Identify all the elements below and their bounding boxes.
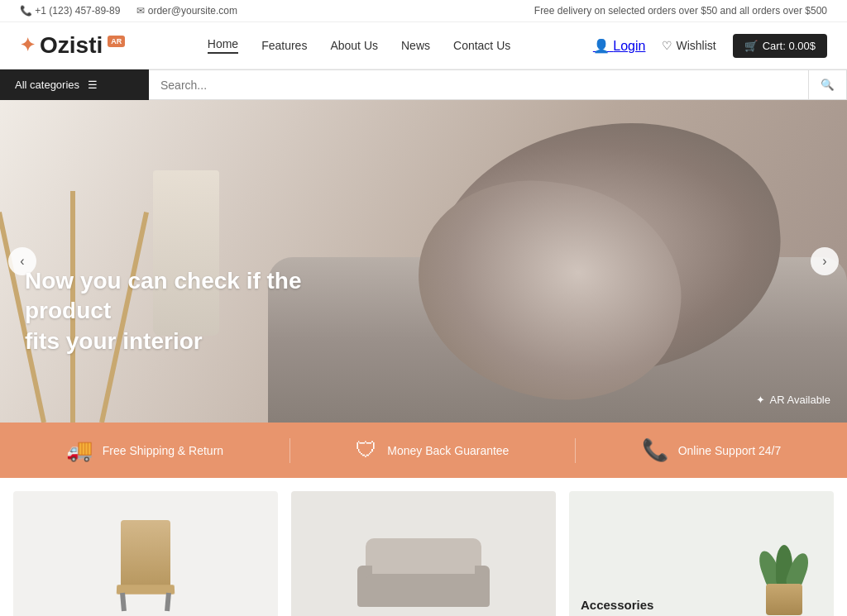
hero-text: Now you can check if the product fits yo…	[25, 266, 306, 356]
header: ✦ Ozisti AR Home Features About Us News …	[0, 22, 847, 69]
feature-divider-2	[575, 438, 576, 463]
logo[interactable]: ✦ Ozisti AR	[20, 32, 125, 59]
logo-text: Ozisti	[40, 32, 103, 59]
feature-shipping: 🚚 Free Shipping & Return	[66, 437, 223, 463]
sofa-illustration	[357, 541, 490, 607]
search-button[interactable]: 🔍	[809, 69, 847, 100]
nav-news[interactable]: News	[401, 39, 430, 52]
email-info: ✉ order@yoursite.com	[136, 5, 237, 17]
pot-body	[766, 584, 802, 615]
phone-support-icon: 📞	[642, 437, 668, 463]
chair-back	[121, 520, 170, 586]
nav-features[interactable]: Features	[261, 39, 307, 52]
chevron-right-icon: ›	[822, 254, 826, 269]
top-bar: 📞 +1 (123) 457-89-89 ✉ order@yoursite.co…	[0, 0, 847, 22]
hero-section: ‹ Now you can check if the product fits …	[0, 100, 847, 423]
product-card-accessories[interactable]: Accessories	[569, 491, 834, 616]
phone-info: 📞 +1 (123) 457-89-89	[20, 5, 120, 17]
email-icon: ✉	[136, 5, 147, 17]
heart-icon: ♡	[662, 39, 672, 52]
search-icon: 🔍	[821, 79, 835, 91]
feature-money-back: 🛡 Money Back Guarantee	[356, 437, 509, 463]
sofa-body	[366, 574, 481, 607]
nav-right: 👤 Login ♡ Wishlist 🛒 Cart: 0.00$	[593, 34, 827, 58]
cart-button[interactable]: 🛒 Cart: 0.00$	[733, 34, 827, 58]
plant-illustration	[759, 557, 809, 615]
feature-support-label: Online Support 24/7	[678, 444, 782, 457]
accessories-label: Accessories	[581, 598, 653, 612]
features-bar: 🚚 Free Shipping & Return 🛡 Money Back Gu…	[0, 423, 847, 478]
chair-leg-right	[165, 593, 171, 611]
user-icon: 👤	[593, 39, 610, 53]
menu-icon: ☰	[88, 79, 98, 91]
feature-money-back-label: Money Back Guarantee	[387, 444, 509, 457]
slider-next-button[interactable]: ›	[811, 247, 839, 275]
chair-illustration	[104, 504, 187, 611]
feature-shipping-label: Free Shipping & Return	[103, 444, 223, 457]
categories-label: All categories	[15, 79, 79, 91]
search-input-wrap	[149, 69, 809, 100]
categories-button[interactable]: All categories ☰	[0, 69, 149, 100]
product-card-sofa[interactable]	[291, 491, 556, 616]
logo-ar-badge: AR	[108, 36, 125, 47]
shield-icon: 🛡	[356, 437, 377, 463]
logo-icon: ✦	[20, 35, 35, 56]
phone-icon: 📞	[20, 5, 35, 17]
search-input[interactable]	[160, 79, 797, 92]
promo-text: Free delivery on selected orders over $5…	[534, 5, 827, 17]
feature-support: 📞 Online Support 24/7	[642, 437, 782, 463]
product-card-chair[interactable]	[13, 491, 278, 616]
feature-divider-1	[290, 438, 290, 463]
ar-icon: ✦	[756, 394, 765, 406]
main-nav: Home Features About Us News Contact Us	[208, 37, 510, 54]
search-bar: All categories ☰ 🔍	[0, 69, 847, 100]
plant-leaves	[759, 545, 809, 586]
nav-home[interactable]: Home	[208, 37, 238, 54]
truck-icon: 🚚	[66, 437, 93, 463]
nav-login[interactable]: 👤 Login	[593, 38, 646, 54]
nav-contact[interactable]: Contact Us	[453, 39, 510, 52]
chair-leg-left	[120, 593, 127, 611]
nav-about[interactable]: About Us	[330, 39, 378, 52]
cart-icon: 🛒	[744, 40, 758, 52]
product-grid: Accessories	[0, 478, 847, 616]
chevron-left-icon: ‹	[20, 254, 24, 269]
ar-badge: ✦ AR Available	[756, 394, 830, 406]
wishlist-button[interactable]: ♡ Wishlist	[662, 39, 715, 52]
sofa-back	[366, 538, 481, 575]
hero-heading: Now you can check if the product fits yo…	[25, 266, 306, 356]
top-bar-left: 📞 +1 (123) 457-89-89 ✉ order@yoursite.co…	[20, 5, 237, 17]
